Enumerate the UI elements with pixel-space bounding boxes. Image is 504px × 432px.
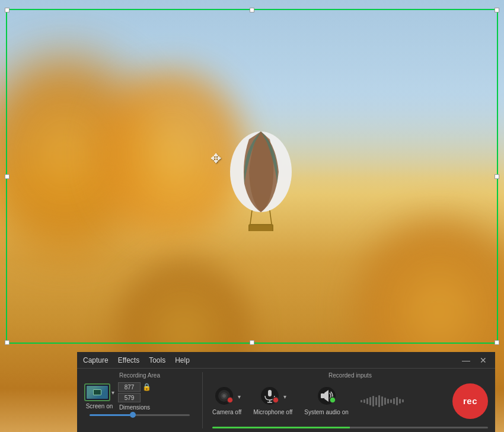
waveform-bar <box>363 399 365 403</box>
lock-icon: 🔒 <box>142 383 151 391</box>
width-row: 🔒 <box>118 382 151 392</box>
waveform-bar <box>378 395 380 407</box>
microphone-label: Microphone off <box>253 409 292 415</box>
waveform-bar <box>399 399 401 404</box>
svg-line-2 <box>270 210 272 224</box>
microphone-icon-wrap: ▾ <box>259 387 286 407</box>
svg-rect-4 <box>250 225 272 231</box>
svg-rect-16 <box>321 393 324 398</box>
minimize-button[interactable]: — <box>460 356 473 365</box>
microphone-input-item[interactable]: ▾ Microphone off <box>253 387 292 415</box>
camera-icon <box>213 387 235 405</box>
screen-on-label: Screen on <box>86 403 113 409</box>
waveform-bar <box>366 398 368 404</box>
recording-controls: ▾ Screen on 🔒 Dimensio <box>84 382 195 411</box>
microphone-icon-container <box>259 387 280 407</box>
system-audio-input-item[interactable]: System audio on <box>304 387 349 415</box>
menu-effects[interactable]: Effects <box>118 356 139 364</box>
system-audio-label: System audio on <box>304 409 349 415</box>
waveform-bar <box>390 399 392 403</box>
dimensions-section: 🔒 Dimensions <box>118 382 151 411</box>
height-input[interactable] <box>118 393 141 402</box>
recording-area-section: Recording Area ▾ Screen on <box>84 372 203 428</box>
waveform-bar <box>361 400 362 402</box>
recording-area-slider-thumb[interactable] <box>130 412 136 418</box>
svg-point-17 <box>330 397 336 403</box>
svg-rect-11 <box>268 390 272 396</box>
toolbar-panel: Capture Effects Tools Help — ✕ Recording… <box>77 352 495 432</box>
inputs-row: ▾ Camera off <box>212 382 488 420</box>
hot-air-balloon <box>219 124 302 231</box>
waveform-bar <box>396 397 398 405</box>
system-audio-icon-container <box>316 387 337 407</box>
camera-label: Camera off <box>212 409 241 415</box>
svg-point-8 <box>222 394 226 398</box>
camera-dropdown-arrow[interactable]: ▾ <box>238 393 241 400</box>
audio-waveform <box>361 392 408 410</box>
waveform-bar <box>381 396 383 406</box>
menu-bar: Capture Effects Tools Help <box>83 356 190 364</box>
waveform-bar <box>384 398 386 405</box>
recording-area-slider[interactable] <box>90 414 189 416</box>
microphone-dropdown-arrow[interactable]: ▾ <box>283 393 286 400</box>
waveform-bar <box>393 398 395 404</box>
waveform-bar <box>375 397 377 405</box>
camera-icon-wrap: ▾ <box>213 387 241 407</box>
system-audio-icon-wrap <box>316 387 337 407</box>
waveform-bar <box>402 399 404 402</box>
svg-point-9 <box>227 397 233 403</box>
system-audio-icon <box>316 387 337 405</box>
rec-button[interactable]: rec <box>452 383 488 419</box>
recorded-inputs-label: Recorded inputs <box>212 372 488 379</box>
dimensions-inputs: 🔒 <box>118 382 151 402</box>
screen-icon-wrap: ▾ <box>84 383 114 401</box>
screen-preview <box>87 386 108 399</box>
microphone-icon <box>259 387 280 405</box>
close-button[interactable]: ✕ <box>477 356 489 365</box>
menu-capture[interactable]: Capture <box>83 356 109 364</box>
screen-selector[interactable]: ▾ Screen on <box>84 383 114 409</box>
waveform-bar <box>387 399 389 404</box>
camera-icon-container <box>213 387 235 407</box>
waveform-bar <box>369 397 371 405</box>
height-row <box>118 393 151 402</box>
menu-tools[interactable]: Tools <box>149 356 165 364</box>
waveform-bar <box>372 396 374 407</box>
toolbar-titlebar: Capture Effects Tools Help — ✕ <box>77 352 495 369</box>
toolbar-body: Recording Area ▾ Screen on <box>77 369 495 432</box>
dimensions-label: Dimensions <box>119 404 150 411</box>
recording-area-label: Recording Area <box>119 372 160 379</box>
inputs-slider-row <box>212 422 488 428</box>
screen-dropdown-arrow[interactable]: ▾ <box>111 389 114 396</box>
screen-icon <box>84 383 110 401</box>
width-input[interactable] <box>118 382 141 392</box>
window-controls: — ✕ <box>460 356 489 365</box>
menu-help[interactable]: Help <box>175 356 190 364</box>
svg-point-14 <box>273 397 279 403</box>
audio-level-slider[interactable] <box>212 427 488 428</box>
recorded-inputs-section: Recorded inputs <box>203 372 488 428</box>
svg-line-1 <box>250 210 252 224</box>
camera-input-item[interactable]: ▾ Camera off <box>212 387 241 415</box>
